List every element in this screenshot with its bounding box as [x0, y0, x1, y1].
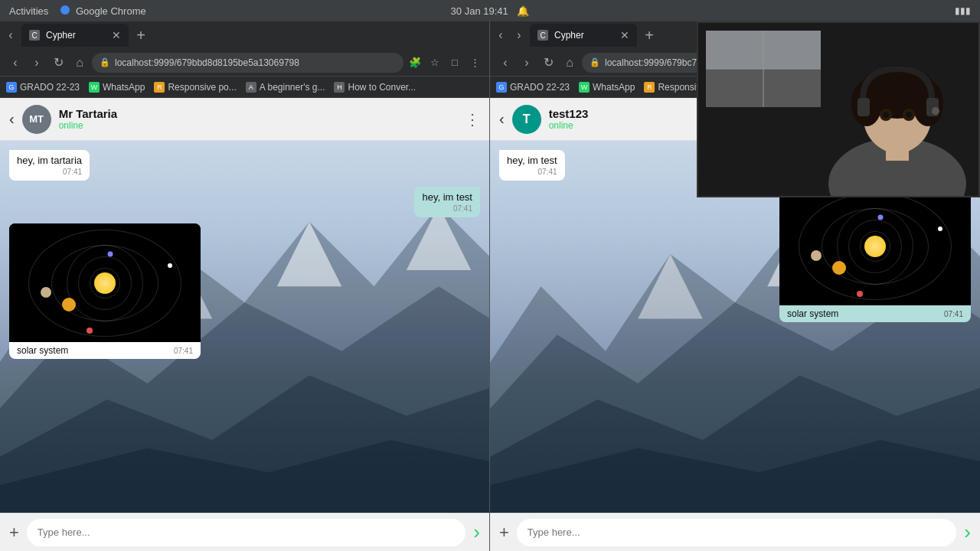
left-planet3: [87, 328, 93, 334]
left-nav-icons: 🧩 ☆ □ ⋮: [407, 54, 483, 71]
left-nav-bar: ‹ › ↻ ⌂ 🔒 localhost:9999/679bbd8d8195be5…: [0, 49, 489, 77]
left-tab-favicon: C: [29, 30, 40, 41]
bell-icon: 🔔: [517, 5, 529, 17]
right-back-tabbar[interactable]: ‹: [493, 28, 508, 43]
right-new-tab-btn[interactable]: +: [640, 26, 658, 44]
right-tab-favicon: C: [537, 30, 548, 41]
left-chat-header: ‹ MT Mr Tartaria online ⋮: [0, 98, 489, 141]
right-bm-grado-icon: G: [496, 82, 507, 93]
right-planet1: [832, 261, 846, 275]
right-chat-input-bar: + ›: [490, 513, 980, 551]
right-solar-image: [779, 187, 971, 305]
right-chat-avatar: T: [512, 105, 541, 134]
left-solar-canvas: [9, 223, 201, 342]
left-back-tabbar[interactable]: ‹: [3, 28, 18, 43]
left-chat-avatar: MT: [22, 105, 51, 134]
left-bm-how-icon: H: [334, 82, 345, 93]
right-planet4: [878, 215, 884, 220]
battery-icon: ▮▮▮: [955, 5, 971, 16]
right-planet3: [857, 291, 863, 297]
right-bm-resp-icon: R: [644, 82, 655, 93]
left-chat-add-btn[interactable]: +: [9, 523, 19, 543]
right-chat-send-btn[interactable]: ›: [964, 520, 971, 544]
left-bm-grado-icon: G: [6, 82, 17, 93]
left-ext-btn[interactable]: 🧩: [407, 54, 423, 71]
left-bookmark-btn[interactable]: ☆: [426, 54, 443, 71]
right-reload-btn[interactable]: ↻: [539, 54, 557, 72]
left-reload-btn[interactable]: ↻: [49, 54, 67, 72]
left-bookmark-howto[interactable]: H How to Conver...: [334, 82, 416, 93]
right-forward-tabbar[interactable]: ›: [511, 28, 527, 43]
webcam-person-svg: [698, 23, 980, 197]
left-browser: ‹ C Cypher ✕ + ‹ › ↻ ⌂ 🔒 localhost:9999/…: [0, 21, 490, 551]
right-home-btn[interactable]: ⌂: [560, 54, 579, 72]
activities-label[interactable]: Activities: [9, 5, 48, 17]
left-bm-resp-icon: R: [154, 82, 165, 93]
left-tab-cypher[interactable]: C Cypher ✕: [21, 24, 129, 47]
left-msg-sent-1: hey, im test 07:41: [414, 187, 480, 217]
left-chat-messages[interactable]: hey, im tartaria 07:41 hey, im test 07:4…: [0, 141, 489, 513]
left-bm-beg-icon: A: [246, 82, 256, 93]
left-bookmarks-bar: G GRADO 22-23 W WhatsApp R Responsive po…: [0, 77, 489, 98]
left-forward-btn[interactable]: ›: [28, 54, 46, 72]
datetime: 30 Jan 19:41: [451, 5, 508, 17]
right-tab-cypher[interactable]: C Cypher ✕: [530, 24, 637, 47]
left-chat-send-btn[interactable]: ›: [473, 520, 480, 544]
left-chat-input-bar: + ›: [0, 513, 489, 551]
right-chat-add-btn[interactable]: +: [499, 523, 509, 543]
left-chat-back[interactable]: ‹: [9, 110, 15, 128]
left-planet4: [108, 252, 113, 257]
left-solar-caption: solar system 07:41: [9, 342, 201, 359]
right-back-btn[interactable]: ‹: [496, 54, 514, 72]
left-chat-input[interactable]: [27, 519, 466, 546]
left-home-btn[interactable]: ⌂: [70, 54, 89, 72]
svg-point-33: [932, 107, 939, 115]
left-orbit5: [28, 230, 181, 337]
right-forward-btn[interactable]: ›: [518, 54, 536, 72]
right-solar-msg: solar system 07:41: [779, 187, 971, 322]
left-planet1: [62, 298, 76, 311]
left-bookmark-beginner[interactable]: A A beginner's g...: [246, 82, 325, 93]
left-bm-wa-icon: W: [89, 82, 100, 93]
left-tab-bar: ‹ C Cypher ✕ +: [0, 21, 489, 49]
left-chat-menu[interactable]: ⋮: [465, 110, 480, 129]
left-back-btn[interactable]: ‹: [6, 54, 24, 72]
svg-rect-31: [858, 98, 870, 116]
left-solar-image: [9, 223, 201, 342]
left-planet5: [168, 263, 172, 268]
left-planet2: [41, 287, 51, 298]
left-tab-close[interactable]: ✕: [112, 29, 121, 41]
left-msg-received-1: hey, im tartaria 07:41: [9, 150, 90, 181]
left-bookmark-grado[interactable]: G GRADO 22-23: [6, 82, 80, 93]
right-chat-back[interactable]: ‹: [499, 110, 505, 128]
left-bookmark-responsive[interactable]: R Responsive po...: [154, 82, 236, 93]
webcam-overlay: [697, 21, 980, 197]
right-bookmark-whatsapp[interactable]: W WhatsApp: [579, 82, 635, 93]
left-solar-msg: solar system 07:41: [9, 223, 201, 359]
right-planet2: [811, 250, 822, 261]
svg-point-29: [883, 112, 889, 118]
right-solar-caption: solar system 07:41: [779, 305, 971, 322]
left-chat-area: ‹ MT Mr Tartaria online ⋮: [0, 98, 489, 551]
left-new-tab-btn[interactable]: +: [132, 26, 150, 44]
right-planet5: [938, 227, 942, 231]
left-bookmark-whatsapp[interactable]: W WhatsApp: [89, 82, 145, 93]
os-topbar: Activities Google Chrome 30 Jan 19:41 🔔 …: [0, 0, 980, 21]
right-solar-canvas: [779, 187, 971, 305]
left-menu-btn[interactable]: ⋮: [466, 54, 483, 71]
webcam-person: [698, 23, 978, 196]
left-address-bar[interactable]: 🔒 localhost:9999/679bbd8d8195be5a1306979…: [92, 53, 403, 73]
right-chat-input[interactable]: [517, 519, 956, 546]
browser-label: Google Chrome: [60, 5, 145, 17]
right-tab-close[interactable]: ✕: [620, 29, 629, 41]
right-orbit5: [799, 193, 952, 300]
svg-point-30: [906, 112, 912, 118]
right-bookmark-grado[interactable]: G GRADO 22-23: [496, 82, 570, 93]
left-chat-user-info: Mr Tartaria online: [59, 107, 457, 131]
right-bm-wa-icon: W: [579, 82, 590, 93]
right-msg-received-1: hey, im test 07:41: [499, 150, 565, 181]
left-screenshot-btn[interactable]: □: [446, 54, 463, 71]
left-messages-list: hey, im tartaria 07:41 hey, im test 07:4…: [0, 141, 489, 513]
